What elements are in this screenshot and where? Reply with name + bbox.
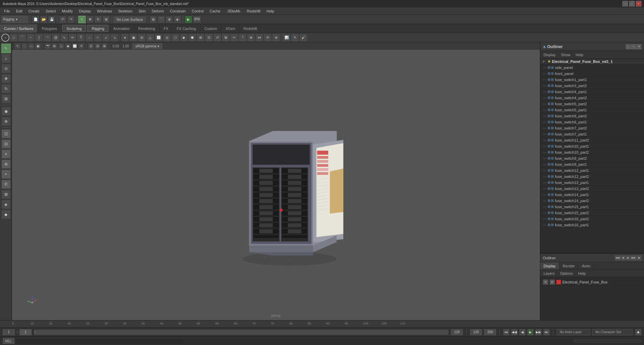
start-frame-input[interactable] [3,329,15,335]
redo-btn[interactable]: ↷ [67,16,75,23]
layers-menu-options[interactable]: Options [558,271,575,275]
vert-mode-btn[interactable]: · [22,43,28,49]
menu-deform[interactable]: Deform [149,8,167,14]
scale-tool[interactable]: ⊞ [1,94,11,104]
loft-btn[interactable]: ⊠ [222,34,230,42]
wireframe-btn[interactable]: ◇ [58,43,64,49]
move-tool-btn[interactable]: ✥ [86,16,94,23]
menu-select[interactable]: Select [43,8,59,14]
boundary-btn[interactable]: ⊞ [197,34,205,42]
rb-next-btn[interactable]: ▶▶ [631,256,636,260]
undo-btn[interactable]: ↶ [59,16,67,23]
lasso-tool[interactable]: ⌂ [1,54,11,63]
sphere-btn[interactable]: ● [121,34,129,42]
bezier-patch-btn[interactable]: ◆ [180,34,188,42]
outliner-item-fuse15p2[interactable]: — ⊞ ⊞ fuse_switch15_part2 [540,210,644,216]
display-tool[interactable]: ◆ [1,210,11,219]
trim-btn[interactable]: ✂ [230,34,238,42]
step-fwd-btn[interactable]: ▶▶ [535,329,542,335]
rb-fwd-btn[interactable]: ▶ [626,256,631,260]
render-btn[interactable]: ▶ [185,16,192,23]
torus-btn[interactable]: ◎ [163,34,171,42]
tab-polygons[interactable]: Polygons [38,24,61,33]
timeline-area[interactable]: 5 10 15 20 25 30 35 40 45 50 55 60 65 70… [0,320,644,328]
menu-skeleton[interactable]: Skeleton [115,8,135,14]
key-btn[interactable]: ◆ [635,329,641,335]
rotate-tool[interactable]: ↻ [1,84,11,93]
type-btn[interactable]: T [77,34,85,42]
edit-crv-btn[interactable]: ✎ [291,34,299,42]
cylinder-btn[interactable]: ⊟ [138,34,146,42]
circle-icon-btn[interactable]: ○ [1,34,9,42]
spiral-btn[interactable]: @ [52,34,60,42]
soft-select-tool[interactable]: ◉ [1,107,11,116]
snap-point-btn[interactable]: ⊕ [166,16,173,23]
safe-action-btn[interactable]: ⊟ [95,43,101,49]
select-hierarchy-btn[interactable]: ↖ [15,43,21,49]
measure-tool[interactable]: ⌖ [1,169,11,179]
lighting-btn[interactable]: ☀ [78,43,84,49]
edge-mode-btn[interactable]: — [28,43,34,49]
no-character-set-btn[interactable]: No Character Set [592,329,633,335]
ipr-btn[interactable]: IPR [193,16,201,23]
move-tool[interactable]: ✥ [1,74,11,83]
solid-btn[interactable]: ◆ [65,43,71,49]
paint-btn[interactable]: 🖌 [299,34,307,42]
reverse-btn[interactable]: ↙ [102,34,110,42]
xray-tool[interactable]: ⊠ [1,190,11,199]
outliner-item-front-panel[interactable]: — ⊞ ⊞ front_panel [540,71,644,77]
scale-tool-btn[interactable]: ⊞ [102,16,110,23]
annotation-tool[interactable]: ✆ [1,180,11,189]
tab-custom[interactable]: Custom [201,24,222,33]
face-mode-btn[interactable]: ▣ [35,43,41,49]
snap-together-tool[interactable]: ⊡ [1,129,11,139]
pencil-btn[interactable]: ✏ [69,34,77,42]
tab-xgen[interactable]: XGen [221,24,239,33]
tab-render[interactable]: Render [559,262,578,269]
outliner-item-fuse6p2[interactable]: — ⊞ ⊞ fuse_switch6_part2 [540,113,644,119]
select-tool-btn[interactable]: ↖ [78,16,86,23]
tab-anim[interactable]: Anim [578,262,594,269]
outliner-item-fuse4p1[interactable]: — ⊞ ⊞ fuse_switch4_part1 [540,89,644,95]
resolution-gate-btn[interactable]: ⊡ [88,43,94,49]
outliner-item-fuse7p1[interactable]: — ⊞ ⊞ fuse_switch7_part1 [540,131,644,137]
show-manip-tool[interactable]: ⊕ [1,117,11,126]
revolve-btn[interactable]: ↺ [213,34,221,42]
max-frame-input[interactable] [484,329,496,335]
outliner-item-fuse5p2[interactable]: — ⊞ ⊞ fuse_switch5_part2 [540,101,644,107]
tab-animation[interactable]: Animation [109,24,134,33]
tab-redshift[interactable]: Redshift [240,24,261,33]
outliner-item-side-panel[interactable]: — ⊞ ⊞ side_panel [540,65,644,71]
menu-cache[interactable]: Cache [207,8,223,14]
helix-btn[interactable]: ∿ [60,34,68,42]
outliner-item-fuse9p2[interactable]: — ⊞ ⊞ fuse_switch9_part2 [540,155,644,161]
curve-bezier-btn[interactable]: ∫ [35,34,43,42]
layers-menu-layers[interactable]: Layers [542,271,557,275]
outliner-item-root[interactable]: ▾ ★ Electrical_Panel_Fuse_Box_nd1_1 [540,59,644,65]
cube-btn[interactable]: ▣ [129,34,137,42]
curve-arc-btn[interactable]: ◠ [43,34,51,42]
grid-display-btn[interactable]: ⊟ [1,139,11,149]
wire-tool[interactable]: ◈ [1,200,11,209]
outliner-item-fuse14p2[interactable]: — ⊞ ⊞ fuse_switch14_part2 [540,198,644,204]
layers-menu-help[interactable]: Help [576,271,588,275]
menu-redshift[interactable]: Redshift [244,8,263,14]
outliner-maximize[interactable]: □ [631,44,636,49]
outliner-menu-show[interactable]: Show [559,53,572,57]
tab-rendering[interactable]: Rendering [134,24,160,33]
outliner-item-fuse14p1[interactable]: — ⊞ ⊞ fuse_switch14_part1 [540,192,644,198]
rb-back-btn[interactable]: ◀ [620,256,625,260]
outliner-item-fuse15p1[interactable]: — ⊞ ⊞ fuse_switch15_part1 [540,204,644,210]
rotate-tool-btn[interactable]: ↻ [94,16,102,23]
tab-display[interactable]: Display [540,262,559,269]
outliner-item-fuse9p1[interactable]: — ⊞ ⊞ fuse_switch9_part1 [540,161,644,167]
menu-control[interactable]: Control [189,8,206,14]
current-frame-input[interactable] [19,329,32,335]
menu-modify[interactable]: Modify [59,8,75,14]
outliner-item-fuse13p2[interactable]: — ⊞ ⊞ fuse_switch13_part2 [540,186,644,192]
menu-edit[interactable]: Edit [13,8,25,14]
double-curve-btn[interactable]: ≈ [94,34,102,42]
menu-file[interactable]: File [1,8,13,14]
tab-fx[interactable]: FX [160,24,173,33]
extend-btn[interactable]: ↘ [111,34,119,42]
